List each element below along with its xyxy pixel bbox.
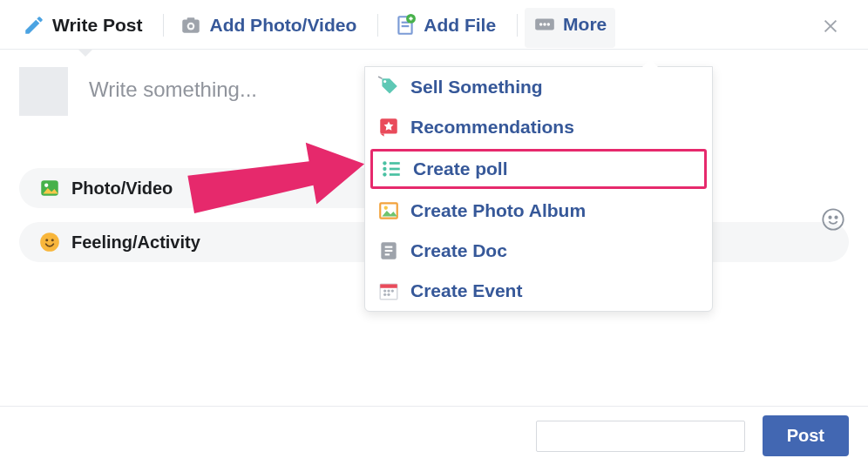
svg-point-13 xyxy=(829,217,831,219)
doc-icon xyxy=(377,239,400,262)
svg-point-15 xyxy=(383,80,386,83)
svg-point-14 xyxy=(835,217,837,219)
tab-more[interactable]: More xyxy=(525,8,615,48)
svg-point-39 xyxy=(40,232,59,252)
dropdown-item-sell[interactable]: Sell Something xyxy=(365,67,712,107)
svg-rect-3 xyxy=(187,17,195,20)
dropdown-item-recommendations[interactable]: Recommendations xyxy=(365,107,712,147)
dropdown-item-create-poll[interactable]: Create poll xyxy=(370,149,707,189)
emoji-picker-button[interactable] xyxy=(821,207,845,232)
privacy-selector[interactable] xyxy=(536,421,745,452)
svg-point-24 xyxy=(384,206,388,210)
list-icon xyxy=(380,158,403,180)
avatar xyxy=(19,67,68,116)
composer-tabs: Write Post Add Photo/Video Add File More xyxy=(0,0,868,50)
smile-icon xyxy=(821,207,845,232)
tab-add-photo-video[interactable]: Add Photo/Video xyxy=(171,7,370,49)
svg-rect-30 xyxy=(380,284,397,287)
tab-label: More xyxy=(563,14,607,35)
photo-icon xyxy=(377,199,400,222)
pill-label: Photo/Video xyxy=(71,179,173,199)
compose-input[interactable]: Write something... xyxy=(68,67,278,112)
close-button[interactable] xyxy=(807,10,854,46)
dropdown-label: Create poll xyxy=(413,158,508,179)
dropdown-item-create-album[interactable]: Create Photo Album xyxy=(365,191,712,231)
separator xyxy=(377,14,378,37)
tab-label: Write Post xyxy=(52,15,142,36)
tag-icon xyxy=(377,76,400,98)
pencil-icon xyxy=(23,14,45,37)
calendar-icon xyxy=(377,280,400,302)
more-dropdown: Sell Something Recommendations Create po… xyxy=(364,66,713,312)
dropdown-label: Sell Something xyxy=(410,77,543,98)
composer-footer: Post xyxy=(0,406,868,465)
svg-point-38 xyxy=(44,184,48,187)
annotation-arrow xyxy=(173,129,373,233)
svg-point-11 xyxy=(547,23,550,25)
feeling-icon xyxy=(38,231,61,253)
star-badge-icon xyxy=(377,116,400,138)
svg-point-19 xyxy=(383,172,386,176)
post-button[interactable]: Post xyxy=(763,415,849,456)
dropdown-label: Recommendations xyxy=(410,117,574,138)
close-icon xyxy=(821,17,840,36)
more-icon xyxy=(533,13,556,36)
tab-label: Add Photo/Video xyxy=(209,15,356,36)
dropdown-label: Create Doc xyxy=(410,240,507,261)
svg-point-18 xyxy=(383,167,386,171)
svg-point-17 xyxy=(383,161,386,165)
svg-point-12 xyxy=(823,209,843,229)
file-icon xyxy=(394,14,417,37)
svg-point-40 xyxy=(45,239,48,241)
photo-icon xyxy=(38,177,61,199)
dropdown-item-create-event[interactable]: Create Event xyxy=(365,271,712,311)
svg-point-10 xyxy=(543,23,546,25)
tab-write-post[interactable]: Write Post xyxy=(14,7,156,49)
tab-add-file[interactable]: Add File xyxy=(385,7,510,49)
camera-icon xyxy=(180,14,202,37)
dropdown-label: Create Photo Album xyxy=(410,200,586,221)
dropdown-label: Create Event xyxy=(410,280,522,301)
svg-point-41 xyxy=(51,239,54,241)
svg-point-2 xyxy=(189,24,193,28)
svg-point-9 xyxy=(539,23,542,25)
separator xyxy=(163,14,164,37)
separator xyxy=(517,14,518,37)
svg-marker-36 xyxy=(186,133,370,226)
pill-label: Feeling/Activity xyxy=(71,232,200,253)
dropdown-item-create-doc[interactable]: Create Doc xyxy=(365,231,712,271)
tab-label: Add File xyxy=(424,15,496,36)
